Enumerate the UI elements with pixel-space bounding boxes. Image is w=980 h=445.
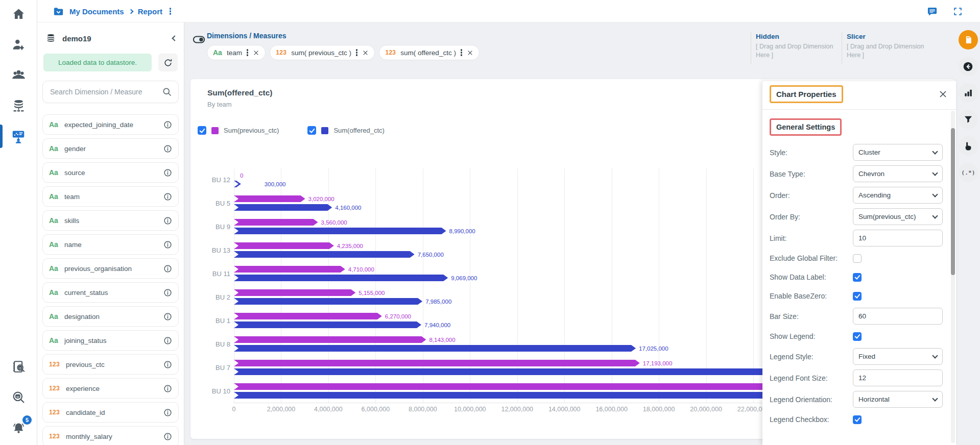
folder-icon[interactable] [53,6,64,17]
chip-remove-icon[interactable] [362,50,369,56]
pointer-hand-button[interactable] [959,136,978,156]
datastore-search-button[interactable] [0,386,37,408]
field-item-team[interactable]: Aateam [42,186,179,207]
chip-sumprevious_ctc[interactable]: 123sum( previous_ctc ) [270,45,375,60]
bar-offered-ctc[interactable] [234,251,415,258]
breadcrumb-root[interactable]: My Documents [69,7,124,16]
data-catalog-search-button[interactable] [0,355,37,378]
bar-offered-ctc[interactable] [234,298,422,305]
bar-offered-ctc[interactable] [234,275,448,281]
bar-previous-ctc[interactable] [234,266,345,273]
field-item-experience[interactable]: 123experience [42,378,179,399]
back-button[interactable] [959,57,978,76]
order-select[interactable]: Ascending [853,187,943,204]
field-item-previous_organisation[interactable]: Aaprevious_organisation [42,258,179,279]
info-icon[interactable] [163,240,172,249]
legend-checkbox[interactable] [307,126,316,135]
field-item-previous_ctc[interactable]: 123previous_ctc [42,354,179,375]
field-item-joining_status[interactable]: Aajoining_status [42,330,179,351]
text-type-icon: Aa [49,168,58,177]
info-icon[interactable] [163,120,172,129]
bar-offered-ctc[interactable] [234,204,332,211]
field-item-designation[interactable]: Aadesignation [42,306,179,327]
base-type-select[interactable]: Chevron [853,165,943,182]
bar-offered-ctc[interactable] [234,345,636,352]
hidden-dropzone[interactable]: Hidden [ Drag and Drop Dimension Here ] [756,33,842,60]
exclude-global-filter-checkbox[interactable] [853,254,862,263]
refresh-button[interactable] [158,54,178,71]
bar-chart-button[interactable] [959,83,978,103]
info-icon[interactable] [163,144,172,153]
home-button[interactable] [0,3,37,25]
bar-previous-ctc[interactable] [234,195,305,202]
legend-checkbox[interactable] [198,126,206,135]
chat-icon[interactable] [927,6,938,17]
close-icon[interactable] [938,89,948,99]
bar-offered-ctc[interactable] [234,181,241,187]
legend-checkbox-checkbox[interactable] [853,415,862,424]
chip-team[interactable]: Aateam [207,45,266,60]
panel-scrollbar-thumb[interactable] [951,128,955,275]
breadcrumb-more-icon[interactable] [170,10,171,12]
collapse-sidebar-icon[interactable] [172,35,177,41]
breadcrumb-current[interactable]: Report [138,7,162,16]
bar-size-input[interactable]: 60 [853,308,943,325]
bar-offered-ctc[interactable] [234,322,421,328]
chip-more-icon[interactable] [356,52,357,53]
info-icon[interactable] [163,264,172,273]
bar-previous-ctc[interactable] [234,242,334,249]
order-by-select[interactable]: Sum(previous_ctc) [853,208,943,225]
user-settings-button[interactable] [0,33,37,56]
style-select[interactable]: Cluster [853,144,943,161]
filter-button[interactable] [959,110,978,129]
chip-more-icon[interactable] [247,52,248,53]
enable-basezero-checkbox[interactable] [853,292,862,301]
chip-remove-icon[interactable] [467,50,473,56]
show-legend-checkbox[interactable] [853,332,862,341]
field-item-current_status[interactable]: Aacurrent_status [42,282,179,303]
info-icon[interactable] [163,168,172,177]
info-icon[interactable] [163,312,172,321]
search-input[interactable] [49,87,158,96]
builder-toggle-icon[interactable] [193,36,205,43]
show-data-label-checkbox[interactable] [853,273,862,282]
field-item-candidate_id[interactable]: 123candidate_id [42,402,179,423]
info-icon[interactable] [163,192,172,201]
report-builder-button[interactable] [0,125,37,147]
field-item-monthly_salary[interactable]: 123monthly_salary [42,426,179,445]
bar-offered-ctc[interactable] [234,228,446,234]
field-item-expected_joining_date[interactable]: Aaexpected_joining_date [42,114,179,135]
notifications-bell-button[interactable]: 5 [0,416,37,439]
legend-style-select[interactable]: Fixed [853,348,943,365]
fullscreen-icon[interactable] [953,7,963,16]
bar-previous-ctc[interactable] [234,289,355,296]
storage-card-button[interactable] [959,30,978,50]
slicer-dropzone[interactable]: Slicer [ Drag and Drop Dimension Here ] [847,33,933,60]
bar-previous-ctc[interactable] [234,360,640,366]
info-icon[interactable] [163,336,172,345]
datastore-button[interactable] [0,94,37,117]
chip-sumoffered_ctc[interactable]: 123sum( offered_ctc ) [379,45,480,60]
field-item-gender[interactable]: Aagender [42,138,179,159]
field-item-skills[interactable]: Aaskills [42,210,179,231]
info-icon[interactable] [163,408,172,417]
chip-remove-icon[interactable] [253,50,259,56]
info-icon[interactable] [163,288,172,297]
info-icon[interactable] [163,384,172,393]
info-icon[interactable] [163,432,172,441]
regex-button[interactable]: (.*) [959,163,978,182]
legend-orientation-select[interactable]: Horizontal [853,391,943,408]
legend-font-size-input[interactable]: 12 [853,369,943,386]
bar-previous-ctc[interactable] [234,313,382,319]
chip-more-icon[interactable] [461,52,462,53]
limit-input[interactable]: 10 [853,230,943,246]
field-item-name[interactable]: Aaname [42,234,179,255]
users-button[interactable] [0,64,37,86]
search-icon[interactable] [162,87,172,97]
info-icon[interactable] [163,360,172,369]
bar-previous-ctc[interactable] [234,336,426,343]
setting-row-legend-font-size: Legend Font Size:12 [770,369,943,386]
bar-previous-ctc[interactable] [234,219,318,226]
field-item-source[interactable]: Aasource [42,162,179,183]
info-icon[interactable] [163,216,172,225]
